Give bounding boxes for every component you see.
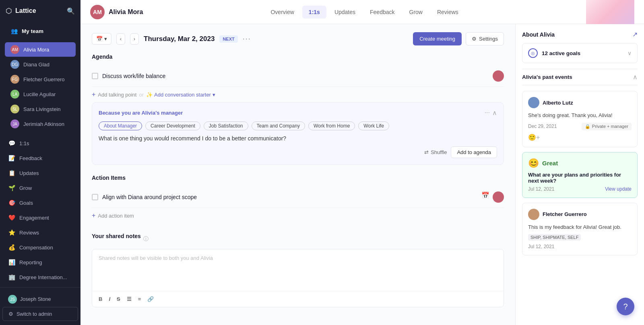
event-meta-great: Jul 12, 2021 View update bbox=[528, 186, 632, 192]
tab-overview[interactable]: Overview bbox=[264, 6, 300, 19]
search-icon[interactable]: 🔍 bbox=[67, 7, 75, 15]
notes-header: Your shared notes ⓘ bbox=[92, 233, 504, 245]
help-fab[interactable]: ? bbox=[617, 298, 634, 315]
sidebar-user-lucille[interactable]: LA Lucille Aguilar bbox=[5, 87, 76, 101]
add-to-agenda-button[interactable]: Add to agenda bbox=[451, 146, 497, 158]
meeting-date: Thursday, Mar 2, 2023 bbox=[144, 35, 215, 43]
plus-action-icon: + bbox=[92, 212, 95, 219]
reporting-icon: 📊 bbox=[8, 259, 15, 266]
add-reaction-button[interactable]: 🙂+ bbox=[528, 134, 540, 141]
avatar-joseph: JS bbox=[8, 295, 17, 304]
agenda-item: Discuss work/life balance bbox=[92, 66, 504, 87]
sidebar-user-sara[interactable]: SL Sara Livingstein bbox=[5, 102, 76, 116]
tab-updates[interactable]: Updates bbox=[328, 6, 362, 19]
notes-toolbar: B I S ☰ ≡ 🔗 bbox=[92, 291, 504, 307]
calendar-button[interactable]: 📅 ▾ bbox=[92, 33, 111, 45]
event-date-fletcher: Jul 12, 2021 bbox=[528, 244, 554, 249]
tab-ones[interactable]: 1:1s bbox=[302, 6, 326, 19]
shuffle-icon: ⇄ bbox=[424, 149, 429, 155]
event-question: What are your plans and priorities for n… bbox=[528, 172, 632, 184]
strikethrough-button[interactable]: S bbox=[115, 295, 122, 303]
bold-button[interactable]: B bbox=[97, 295, 104, 303]
tag-about-manager[interactable]: About Manager bbox=[99, 121, 142, 130]
avatar-diana: DG bbox=[10, 60, 19, 69]
bullet-list-button[interactable]: ☰ bbox=[125, 295, 133, 303]
sidebar-item-grow[interactable]: 🌱 Grow bbox=[2, 181, 78, 195]
add-action-item[interactable]: + Add action item bbox=[92, 208, 504, 223]
tag-job-satisfaction[interactable]: Job Satisfaction bbox=[204, 121, 248, 130]
ordered-list-button[interactable]: ≡ bbox=[136, 295, 143, 303]
action-checkbox[interactable] bbox=[92, 194, 98, 200]
agenda-item-text: Discuss work/life balance bbox=[102, 73, 489, 79]
past-events-title: Alivia's past events bbox=[522, 74, 572, 80]
view-update-link[interactable]: View update bbox=[605, 186, 632, 192]
notes-placeholder[interactable]: Shared notes will be visible to both you… bbox=[92, 249, 504, 267]
sidebar-user-jerimiah[interactable]: JA Jerimiah Atkinson bbox=[5, 117, 76, 131]
avatar-alberto bbox=[528, 97, 539, 108]
more-options-icon[interactable]: ··· bbox=[243, 35, 251, 43]
notes-editor[interactable] bbox=[92, 267, 504, 291]
goals-chevron-icon: ∨ bbox=[627, 50, 632, 56]
past-events-chevron-icon: ∧ bbox=[633, 73, 638, 81]
agenda-item-avatar bbox=[493, 70, 504, 82]
notes-info-icon[interactable]: ⓘ bbox=[143, 235, 149, 243]
goals-card[interactable]: ◎ 12 active goals ∨ bbox=[522, 43, 638, 63]
shuffle-button[interactable]: ⇄ Shuffle bbox=[424, 149, 447, 155]
prev-meeting-button[interactable]: ‹ bbox=[116, 33, 125, 45]
sidebar-user-fletcher[interactable]: FG Fletcher Guerrero bbox=[5, 72, 76, 86]
sidebar-item-ones[interactable]: 💬 1:1s bbox=[2, 136, 78, 150]
sidebar-item-reviews[interactable]: ⭐ Reviews bbox=[2, 225, 78, 240]
sidebar-item-compensation[interactable]: 💰 Compensation bbox=[2, 240, 78, 255]
add-conversation-starter-button[interactable]: ✨ Add conversation starter ▾ bbox=[146, 92, 215, 98]
sidebar-item-engagement[interactable]: ❤️ Engagement bbox=[2, 210, 78, 225]
ones-icon: 💬 bbox=[8, 140, 15, 147]
add-talking-point[interactable]: + Add talking point or ✨ Add conversatio… bbox=[92, 87, 504, 102]
event-badge-private: 🔒 Private + manager bbox=[582, 123, 632, 130]
agenda-checkbox[interactable] bbox=[92, 73, 98, 79]
suggestion-tags: About Manager Career Development Job Sat… bbox=[99, 121, 497, 130]
tag-work-life[interactable]: Work Life bbox=[358, 121, 389, 130]
calendar-action-icon[interactable]: 📅 bbox=[481, 191, 489, 203]
gear-icon: ⚙ bbox=[472, 36, 477, 42]
tag-work-from-home[interactable]: Work from Home bbox=[308, 121, 355, 130]
compensation-icon: 💰 bbox=[8, 244, 15, 251]
next-badge: NEXT bbox=[219, 35, 237, 43]
sidebar-item-reporting[interactable]: 📊 Reporting bbox=[2, 255, 78, 269]
suggestion-collapse-icon[interactable]: ∧ bbox=[492, 109, 497, 117]
link-button[interactable]: 🔗 bbox=[146, 295, 155, 303]
past-events-header[interactable]: Alivia's past events ∧ bbox=[522, 69, 638, 85]
sidebar-item-degree[interactable]: 🏢 Degree Internation... bbox=[2, 270, 78, 284]
settings-button[interactable]: ⚙ Settings bbox=[466, 32, 504, 45]
sidebar-user-diana[interactable]: DG Diana Glad bbox=[5, 57, 76, 72]
italic-button[interactable]: I bbox=[107, 295, 112, 303]
switch-admin-button[interactable]: ⚙ Switch to admin bbox=[2, 307, 78, 321]
tab-feedback[interactable]: Feedback bbox=[363, 6, 401, 19]
notes-title: Your shared notes bbox=[92, 233, 141, 239]
lock-icon: 🔒 bbox=[585, 124, 590, 129]
center-panel: 📅 ▾ ‹ › Thursday, Mar 2, 2023 NEXT ··· C… bbox=[80, 24, 515, 325]
tab-grow[interactable]: Grow bbox=[403, 6, 429, 19]
create-meeting-button[interactable]: Create meeting bbox=[413, 32, 462, 45]
external-link-icon[interactable]: ↗ bbox=[632, 31, 638, 38]
sidebar-item-my-team[interactable]: 👥 My team bbox=[5, 24, 76, 38]
engagement-icon: ❤️ bbox=[8, 214, 15, 221]
event-tags-fletcher: SHIP, SHIPMATE, SELF bbox=[528, 234, 632, 241]
event-tag-ship: SHIP, SHIPMATE, SELF bbox=[528, 234, 581, 241]
goals-icon: 🎯 bbox=[8, 199, 15, 206]
sidebar-user-alivia[interactable]: AM Alivia Mora bbox=[5, 42, 76, 57]
tab-reviews[interactable]: Reviews bbox=[431, 6, 465, 19]
next-meeting-button[interactable]: › bbox=[130, 33, 139, 45]
tag-team-company[interactable]: Team and Company bbox=[252, 121, 305, 130]
sidebar-item-updates[interactable]: 📋 Updates bbox=[2, 166, 78, 180]
sidebar-item-feedback[interactable]: 📝 Feedback bbox=[2, 151, 78, 165]
action-items-title: Action Items bbox=[92, 175, 504, 181]
goals-ring-icon: ◎ bbox=[528, 48, 538, 58]
tag-career-dev[interactable]: Career Development bbox=[145, 121, 200, 130]
avatar-lucille: LA bbox=[10, 90, 19, 99]
notes-area: Shared notes will be visible to both you… bbox=[92, 249, 504, 307]
great-emoji: 😊 bbox=[528, 158, 539, 169]
suggestion-more-icon[interactable]: ··· bbox=[485, 109, 490, 117]
event-meta-fletcher: Jul 12, 2021 bbox=[528, 244, 632, 249]
sidebar-item-goals[interactable]: 🎯 Goals bbox=[2, 195, 78, 210]
suggestion-box: Because you are Alivia's manager ··· ∧ A… bbox=[92, 102, 504, 165]
